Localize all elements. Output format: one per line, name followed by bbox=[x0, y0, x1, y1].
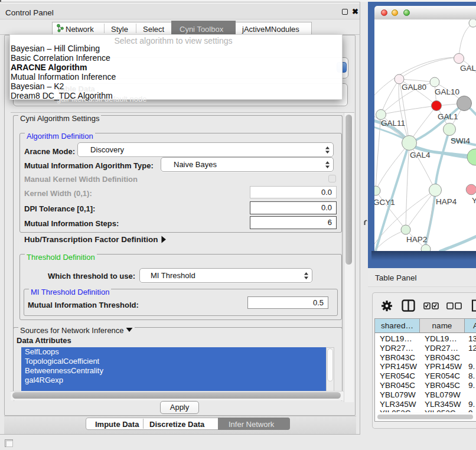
svg-text:SWI4: SWI4 bbox=[451, 136, 470, 145]
svg-text:GCY1: GCY1 bbox=[374, 198, 395, 207]
svg-text:GAL80: GAL80 bbox=[402, 83, 426, 92]
svg-text:GAL4: GAL4 bbox=[410, 151, 431, 159]
svg-text:GAL11: GAL11 bbox=[381, 119, 405, 128]
svg-text:GAL10: GAL10 bbox=[435, 87, 459, 96]
svg-text:GAL7: GAL7 bbox=[460, 64, 476, 73]
svg-text:HAP4: HAP4 bbox=[436, 197, 457, 206]
svg-text:GAL1: GAL1 bbox=[438, 112, 458, 121]
svg-text:HAP2: HAP2 bbox=[406, 235, 427, 244]
svg-text:Y: Y bbox=[472, 196, 476, 205]
